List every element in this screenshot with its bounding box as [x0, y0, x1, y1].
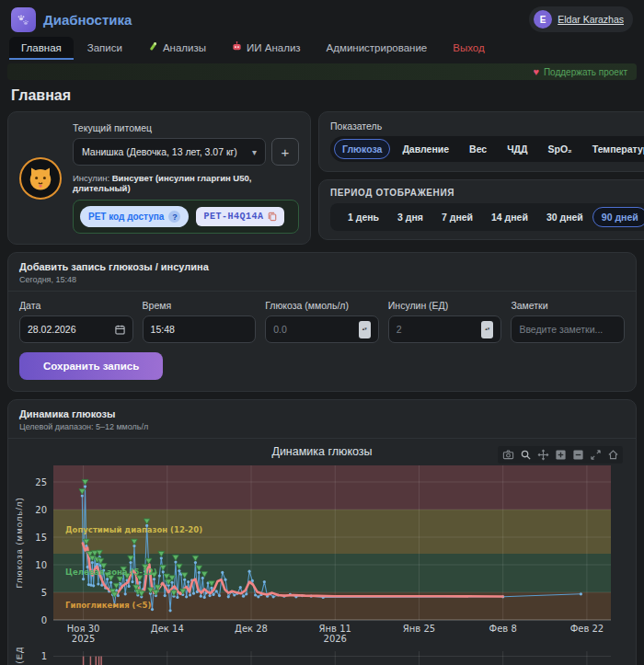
glucose-dynamics-card: Динамика глюкозы Целевой диапазон: 5–12 …	[7, 399, 637, 665]
heart-icon: ♥	[533, 66, 539, 77]
period-1d[interactable]: 1 день	[339, 207, 388, 227]
svg-text:Целевая зона (5-12): Целевая зона (5-12)	[65, 568, 157, 577]
period-title: ПЕРИОД ОТОБРАЖЕНИЯ	[330, 188, 644, 198]
svg-text:Гипогликемия (<5): Гипогликемия (<5)	[65, 601, 151, 610]
time-input[interactable]: 15:48	[143, 315, 257, 343]
chevron-down-icon: ▾	[252, 147, 257, 157]
date-input[interactable]: 28.02.2026	[19, 315, 133, 343]
svg-text:1: 1	[41, 651, 47, 661]
svg-text:Янв 25: Янв 25	[403, 624, 435, 634]
user-name: Eldar Karazhas	[558, 14, 624, 25]
zoom-in-icon[interactable]	[553, 448, 568, 462]
tab-zapisi[interactable]: Записи	[75, 37, 134, 60]
svg-text:Фев 22: Фев 22	[570, 624, 604, 634]
zoom-out-icon[interactable]	[570, 448, 585, 462]
date-label: Дата	[19, 300, 133, 311]
pan-icon[interactable]	[535, 448, 550, 462]
indicator-spo2[interactable]: SpO₂	[540, 139, 581, 159]
time-label: Время	[143, 300, 257, 311]
app-title: Диабностика	[43, 12, 132, 28]
period-7d[interactable]: 7 дней	[432, 207, 482, 227]
plot-area: Динамика глюкозы 0510152025Ноя 302025Дек…	[8, 439, 636, 665]
glucose-label: Глюкоза (ммоль/л)	[265, 300, 379, 311]
test-tube-icon	[148, 41, 158, 53]
svg-text:Дек 28: Дек 28	[235, 624, 268, 634]
svg-text:Янв 11: Янв 11	[319, 624, 351, 634]
svg-text:10: 10	[35, 560, 47, 570]
chart-card-subtitle: Целевой диапазон: 5–12 ммоль/л	[19, 422, 625, 431]
top-cards-row: Текущий питомец Манишка (Девочка, 13 лет…	[7, 111, 637, 245]
indicator-title: Показатель	[330, 120, 644, 132]
robot-icon	[232, 41, 242, 53]
svg-text:Дек 14: Дек 14	[151, 624, 184, 634]
period-14d[interactable]: 14 дней	[482, 207, 537, 227]
calendar-icon[interactable]	[115, 325, 125, 335]
svg-text:20: 20	[35, 505, 47, 515]
period-3d[interactable]: 3 дня	[388, 207, 432, 227]
svg-text:15: 15	[35, 533, 47, 543]
app-root: Диабностика E Eldar Karazhas Главная Зап…	[0, 0, 644, 665]
svg-text:25: 25	[35, 477, 47, 487]
pet-select[interactable]: Манишка (Девочка, 13 лет, 3.07 кг) ▾	[73, 138, 266, 166]
indicator-chdd[interactable]: ЧДД	[499, 139, 535, 159]
tab-vykhod[interactable]: Выход	[441, 37, 496, 60]
number-stepper[interactable]: ▴▾	[359, 321, 371, 338]
notes-label: Заметки	[511, 300, 625, 311]
notes-input[interactable]: Введите заметки...	[511, 315, 625, 343]
period-90d[interactable]: 90 дней	[592, 207, 644, 227]
tab-administrirovanie[interactable]: Администрирование	[315, 37, 440, 60]
add-record-card: Добавить запись глюкозы / инсулина Сегод…	[7, 252, 637, 392]
pet-insulin-info: Инсулин: Винсувет (инсулин гларгин U50, …	[73, 173, 299, 193]
glucose-input[interactable]: 0.0 ▴▾	[265, 315, 379, 343]
paw-logo-icon	[11, 7, 36, 32]
reset-axes-icon[interactable]	[605, 448, 620, 462]
brand: Диабностика	[11, 7, 132, 32]
pet-access-box: PET код доступа ? PET-H4Q14A	[73, 200, 299, 234]
svg-text:5: 5	[41, 588, 47, 598]
indicator-temperature[interactable]: Температура	[584, 139, 644, 159]
copy-icon	[268, 212, 277, 222]
pet-avatar	[19, 157, 62, 200]
tab-glavnaya[interactable]: Главная	[9, 37, 74, 60]
tab-analizy[interactable]: Анализы	[136, 36, 218, 60]
period-card: ПЕРИОД ОТОБРАЖЕНИЯ 1 день 3 дня 7 дней 1…	[318, 179, 644, 240]
page-title: Главная	[11, 87, 633, 104]
svg-text:Ноя 30: Ноя 30	[67, 624, 100, 634]
support-project-label: Поддержать проект	[544, 67, 627, 77]
insulin-input[interactable]: 2 ▴▾	[388, 315, 502, 343]
current-pet-label: Текущий питомец	[73, 122, 299, 133]
autoscale-icon[interactable]	[588, 448, 603, 462]
indicator-pressure[interactable]: Давление	[394, 139, 457, 159]
svg-text:2026: 2026	[324, 634, 347, 644]
support-project-banner[interactable]: ♥ Поддержать проект	[7, 63, 637, 80]
help-icon[interactable]: ?	[168, 211, 180, 223]
save-record-button[interactable]: Сохранить запись	[19, 352, 163, 380]
tab-ai-analiz[interactable]: ИИ Анализ	[220, 36, 313, 60]
add-record-subtitle: Сегодня, 15:48	[19, 275, 625, 284]
svg-text:Фев 8: Фев 8	[489, 624, 517, 634]
pet-code-pill[interactable]: PET-H4Q14A	[196, 207, 284, 226]
svg-text:Глюкоза (ммоль/л): Глюкоза (ммоль/л)	[14, 497, 24, 588]
app-header: Диабностика E Eldar Karazhas	[0, 0, 644, 34]
svg-text:Допустимый диапазон (12-20): Допустимый диапазон (12-20)	[65, 525, 202, 534]
user-avatar: E	[534, 10, 552, 29]
indicator-glucose[interactable]: Глюкоза	[334, 139, 390, 159]
indicator-weight[interactable]: Вес	[461, 139, 495, 159]
add-record-title: Добавить запись глюкозы / инсулина	[19, 261, 625, 272]
chart-card-title: Динамика глюкозы	[19, 408, 625, 419]
period-30d[interactable]: 30 дней	[537, 207, 592, 227]
glucose-chart[interactable]: 0510152025Ноя 302025Дек 14Дек 28Янв 1120…	[11, 460, 633, 648]
main-nav: Главная Записи Анализы ИИ Анализ Админис…	[0, 34, 644, 60]
camera-icon[interactable]	[500, 448, 515, 462]
pet-access-code-button[interactable]: PET код доступа ?	[80, 206, 189, 227]
current-pet-card: Текущий питомец Манишка (Девочка, 13 лет…	[7, 111, 311, 245]
zoom-icon[interactable]	[518, 448, 533, 462]
record-fields: Дата 28.02.2026 Время 15:48 Глюкоза (ммо…	[8, 292, 636, 343]
indicator-options: Глюкоза Давление Вес ЧДД SpO₂ Температур…	[330, 136, 644, 162]
add-pet-button[interactable]: +	[271, 138, 299, 166]
period-options: 1 день 3 дня 7 дней 14 дней 30 дней 90 д…	[330, 203, 644, 231]
insulin-label: Инсулин (ЕД)	[388, 300, 502, 311]
number-stepper[interactable]: ▴▾	[481, 321, 493, 338]
user-menu[interactable]: E Eldar Karazhas	[529, 6, 633, 32]
insulin-chart[interactable]: 00,51Ноя 302025Дек 14Дек 28Янв 112026Янв…	[11, 648, 633, 665]
